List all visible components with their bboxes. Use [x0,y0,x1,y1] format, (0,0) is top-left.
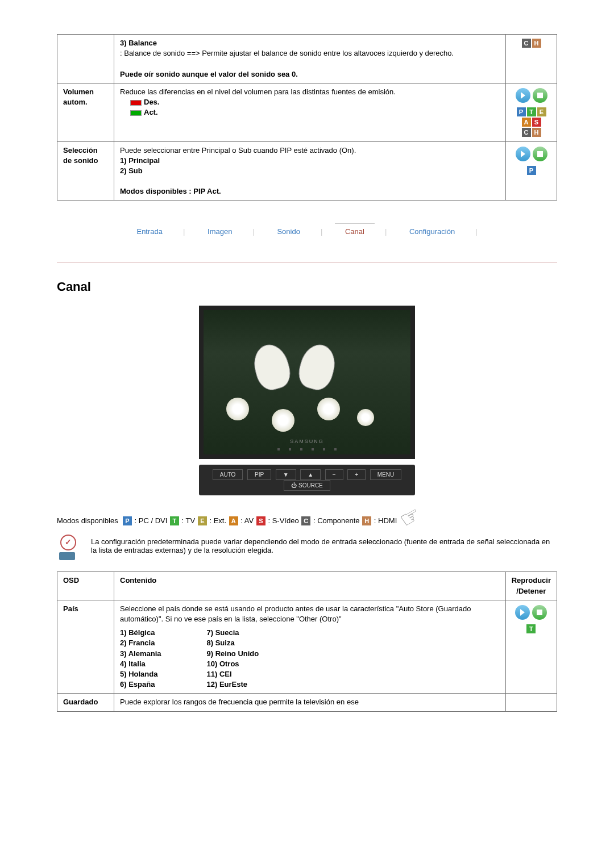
flag-off-icon [130,100,142,106]
tv-panel-buttons: AUTO PIP ▼ ▲ − + MENU ⏻ SOURCE [199,465,415,495]
play-icon[interactable] [515,605,530,620]
tv-screen: SAMSUNG [199,306,415,459]
row-volumen-label: Volumen autom. [57,83,114,141]
header-contenido: Contenido [114,572,506,600]
sound-settings-table: 3) Balance : Balance de sonido ==> Permi… [57,34,557,201]
tab-canal[interactable]: Canal [335,223,375,239]
badge-e-icon: E [198,516,207,525]
tab-entrada[interactable]: Entrada [126,224,173,239]
row-balance-content: 3) Balance : Balance de sonido ==> Permi… [114,35,506,84]
badge-c-icon: C [301,516,310,525]
note-check-icon [57,537,80,560]
country-column-2: 7) Suecia 8) Suiza 9) Reino Unido 10) Ot… [207,628,259,690]
canal-settings-table: OSD Contenido Reproducir /Detener País S… [57,571,557,711]
stop-icon[interactable] [533,147,547,161]
row-pais-content: Seleccione el país donde se está usando … [114,600,506,694]
row-seleccion-icons: P [506,141,557,201]
badge-h-icon: H [532,39,541,48]
row-seleccion-label: Selección de sonido [57,141,114,201]
modos-available-line: Modos disponibles P : PC / DVI T : TV E … [57,516,557,526]
panel-up-button[interactable]: ▲ [300,469,321,480]
panel-source-button[interactable]: ⏻ SOURCE [284,480,330,491]
row-guardado-content: Puede explorar los rangos de frecuencia … [114,694,506,711]
panel-pip-button[interactable]: PIP [247,469,271,480]
stop-icon[interactable] [533,88,547,103]
tab-configuracion[interactable]: Configuración [399,224,465,239]
hand-pointer-icon: ☞ [395,501,426,534]
badge-s-icon: S [256,516,265,525]
tab-navigation: Entrada| Imagen| Sonido| Canal| Configur… [57,223,557,239]
play-icon[interactable] [516,88,530,103]
row-pais-icons: T [505,600,557,694]
row-guardado-icons [505,694,557,711]
row-pais-label: País [57,600,114,694]
panel-plus-button[interactable]: + [347,469,366,480]
header-osd: OSD [57,572,114,600]
badge-h-icon: H [362,516,371,525]
row-seleccion-content: Puede seleccionar entre Principal o Sub … [114,141,506,201]
panel-minus-button[interactable]: − [325,469,343,480]
row-volumen-icons: PTEAS CH [506,83,557,141]
section-title: Canal [57,279,557,294]
tab-imagen[interactable]: Imagen [197,224,242,239]
section-divider [57,262,557,262]
note-text: La configuración predeterminada puede va… [91,537,557,554]
play-icon[interactable] [516,147,530,161]
row-volumen-content: Reduce las diferencias en el nivel del v… [114,83,506,141]
config-note: La configuración predeterminada puede va… [57,537,557,560]
tab-sonido[interactable]: Sonido [267,224,310,239]
badge-t-icon: T [170,516,179,525]
badge-p-icon: P [123,516,132,525]
stop-icon[interactable] [532,605,547,620]
panel-auto-button[interactable]: AUTO [213,469,243,480]
panel-down-button[interactable]: ▼ [276,469,296,480]
country-column-1: 1) Bélgica 2) Francia 3) Alemania 4) Ita… [120,628,161,690]
flag-on-icon [130,110,142,116]
panel-menu-button[interactable]: MENU [370,469,401,480]
badge-c-icon: C [522,39,531,48]
tv-illustration: SAMSUNG AUTO PIP ▼ ▲ − + MENU ⏻ SOURCE ☞ [199,306,415,499]
row-balance-label [57,35,114,84]
badge-a-icon: A [229,516,238,525]
row-guardado-label: Guardado [57,694,114,711]
row-balance-icons: CH [506,35,557,84]
header-reproducir: Reproducir /Detener [505,572,557,600]
